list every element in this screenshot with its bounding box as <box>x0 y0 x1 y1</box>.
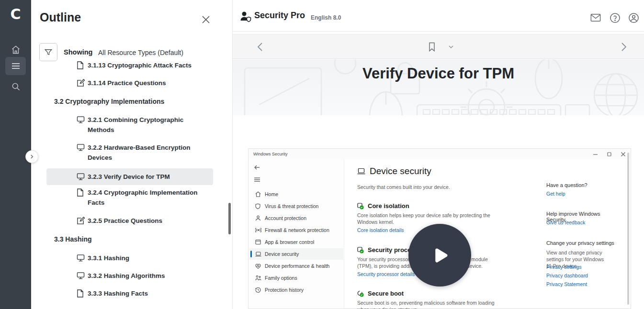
laptop-icon <box>255 252 262 257</box>
app-window-icon <box>255 239 262 245</box>
monitor-icon <box>77 272 88 279</box>
ws-sidebar: Home Virus & threat protection Account p… <box>249 159 344 309</box>
aside-heading: Change your privacy settings <box>546 240 614 246</box>
outline-panel: Outline Showing All Resource Types (Defa… <box>31 0 233 309</box>
ws-sidebar-item-account[interactable]: Account protection <box>249 212 343 224</box>
aside-heading: Have a question? <box>546 182 588 188</box>
ws-sidebar-item-home[interactable]: Home <box>249 188 343 200</box>
ws-section-secure-boot: Secure boot <box>357 290 404 297</box>
ws-window-title: Windows Security <box>253 152 288 156</box>
showing-label: Showing <box>64 48 92 56</box>
ws-page-heading: Device security <box>357 166 431 177</box>
outline-item[interactable]: 3.3.3 Hashing Facts <box>31 288 213 298</box>
get-help-link[interactable]: Get help <box>546 191 565 197</box>
lesson-nav-bar <box>233 34 644 59</box>
outline-item[interactable]: 3.3.1 Hashing <box>31 253 213 263</box>
outline-list: 3.1.13 Cryptographic Attack Facts 3.1.14… <box>31 60 232 309</box>
course-subtitle: English 8.0 <box>311 14 341 21</box>
network-antenna-icon <box>255 227 262 233</box>
health-heart-icon <box>255 264 262 269</box>
home-icon[interactable] <box>5 41 26 59</box>
outline-section-header[interactable]: 3.3 Hashing <box>31 234 213 244</box>
monitor-icon <box>77 254 88 262</box>
monitor-icon <box>77 143 88 151</box>
lesson-title: Verify Device for TPM <box>233 65 644 82</box>
give-feedback-link[interactable]: Give us feedback <box>546 220 585 225</box>
home-icon <box>255 191 262 197</box>
outline-item-current[interactable]: 3.2.3 Verify Device for TPM <box>46 168 213 185</box>
ws-section-description: Secure boot is on, preventing malicious … <box>357 299 497 309</box>
pencil-icon <box>77 217 88 225</box>
course-title: Security Pro <box>254 11 305 21</box>
document-icon <box>77 61 88 69</box>
document-icon <box>77 188 88 197</box>
filter-button[interactable] <box>39 43 57 61</box>
play-button[interactable] <box>408 224 471 287</box>
help-icon[interactable] <box>609 11 621 24</box>
collapse-outline-button[interactable] <box>25 150 38 163</box>
course-header: Security Pro English 8.0 <box>233 0 644 32</box>
monitor-icon <box>77 173 88 180</box>
resource-filter-value[interactable]: All Resource Types (Default) <box>98 49 183 56</box>
search-icon[interactable] <box>5 77 26 96</box>
outline-item[interactable]: 3.2.2 Hardware-Based Encryption Devices <box>31 143 213 163</box>
close-icon[interactable] <box>619 151 627 157</box>
ws-sidebar-item-family[interactable]: Family options <box>249 272 343 284</box>
pencil-icon <box>77 79 88 87</box>
ws-section-description: Core isolation helps keep your device sa… <box>357 212 497 225</box>
ws-sidebar-item-app-browser[interactable]: App & browser control <box>249 236 343 248</box>
minimize-icon[interactable] <box>591 151 599 157</box>
ws-sidebar-item-device-security[interactable]: Device security <box>249 248 343 260</box>
outline-item[interactable]: 3.1.14 Practice Questions <box>31 78 213 88</box>
lesson-banner: Verify Device for TPM <box>233 59 644 115</box>
outline-title: Outline <box>40 11 81 24</box>
outline-item[interactable]: 3.1.13 Cryptographic Attack Facts <box>31 60 213 70</box>
ws-scrollbar[interactable] <box>627 153 629 305</box>
person-icon <box>255 215 262 221</box>
outline-item[interactable]: 3.3.2 Hashing Algorithms <box>31 271 213 281</box>
history-clock-icon <box>255 287 262 293</box>
ws-sidebar-item-history[interactable]: Protection history <box>249 284 343 296</box>
security-processor-details-link[interactable]: Security processor details <box>357 271 415 277</box>
app-window: C Outline <box>0 0 644 309</box>
outline-menu-icon[interactable] <box>5 57 26 75</box>
shield-icon <box>255 203 262 209</box>
ws-back-icon[interactable] <box>254 165 260 170</box>
bookmark-menu-chevron-icon[interactable] <box>445 41 457 53</box>
account-icon[interactable] <box>627 11 640 24</box>
mail-icon[interactable] <box>589 11 602 24</box>
brand-logo[interactable]: C <box>0 6 31 22</box>
core-isolation-status-icon <box>357 203 364 210</box>
ws-sidebar-item-virus[interactable]: Virus & threat protection <box>249 200 343 212</box>
main-area: Security Pro English 8.0 <box>233 0 644 309</box>
ws-title-bar: Windows Security <box>249 149 631 159</box>
privacy-settings-link[interactable]: Privacy settings <box>546 264 582 270</box>
outline-item[interactable]: 3.2.5 Practice Questions <box>31 216 213 226</box>
next-lesson-icon[interactable] <box>618 41 630 53</box>
monitor-icon <box>77 116 88 123</box>
outline-section-header[interactable]: 3.2 Cryptography Implementations <box>31 97 213 107</box>
secure-boot-status-icon <box>357 290 364 297</box>
maximize-icon[interactable] <box>605 151 613 157</box>
outline-scrollbar[interactable] <box>228 203 231 234</box>
close-outline-icon[interactable] <box>200 13 212 26</box>
course-shield-person-icon <box>239 11 252 22</box>
ws-sidebar-item-firewall[interactable]: Firewall & network protection <box>249 224 343 236</box>
outline-item[interactable]: 3.2.1 Combining Cryptographic Methods <box>31 115 213 135</box>
ws-aside: Have a question? Get help Help improve W… <box>546 159 618 309</box>
family-icon <box>255 275 262 281</box>
ws-sidebar-item-performance[interactable]: Device performance & health <box>249 260 343 272</box>
document-icon <box>77 289 88 298</box>
ws-page-subheading: Security that comes built into your devi… <box>357 184 450 190</box>
laptop-icon <box>357 168 365 175</box>
bookmark-icon[interactable] <box>426 41 438 53</box>
core-isolation-details-link[interactable]: Core isolation details <box>357 227 404 233</box>
previous-lesson-icon[interactable] <box>254 41 266 53</box>
privacy-dashboard-link[interactable]: Privacy dashboard <box>546 273 588 278</box>
ws-section-core-isolation: Core isolation <box>357 202 409 210</box>
privacy-statement-link[interactable]: Privacy Statement <box>546 281 587 287</box>
ws-menu-icon[interactable] <box>254 177 260 182</box>
outline-item[interactable]: 3.2.4 Cryptographic Implementation Facts <box>31 188 213 208</box>
security-processor-status-icon <box>357 247 364 254</box>
play-icon <box>428 243 452 268</box>
